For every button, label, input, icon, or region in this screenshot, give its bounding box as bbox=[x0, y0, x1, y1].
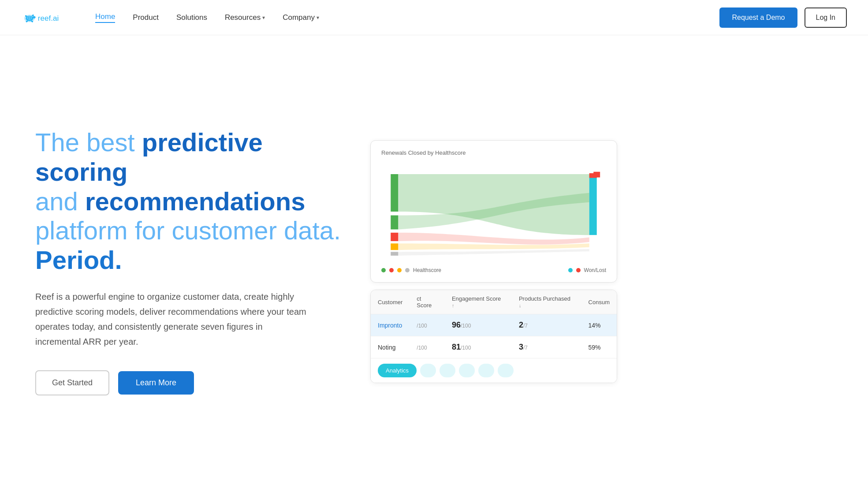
svg-text:reef.ai: reef.ai bbox=[38, 13, 59, 22]
red-dot2 bbox=[576, 268, 581, 272]
hero-title: The best predictive scoring and recommen… bbox=[35, 128, 344, 275]
resources-chevron-icon: ▾ bbox=[262, 15, 265, 21]
learn-more-button[interactable]: Learn More bbox=[118, 371, 194, 395]
teal-dot bbox=[568, 268, 573, 272]
svg-point-2 bbox=[33, 16, 36, 18]
col-ct-score: ct Score bbox=[410, 290, 445, 314]
tab-3[interactable] bbox=[440, 364, 455, 377]
healthscore-legend: Healthscore bbox=[381, 267, 441, 273]
col-engagement: Engagement Score ↑ bbox=[445, 290, 512, 314]
renewals-chart-card: Renewals Closed by Healthscore bbox=[370, 140, 617, 283]
nav-home[interactable]: Home bbox=[95, 12, 115, 23]
red-dot bbox=[389, 268, 394, 272]
table-row: Noting /100 81/100 3/7 59% bbox=[371, 336, 617, 358]
hero-content: The best predictive scoring and recommen… bbox=[35, 128, 344, 395]
cell-ct-score-0: /100 bbox=[410, 314, 445, 336]
request-demo-button[interactable]: Request a Demo bbox=[719, 7, 797, 28]
col-products: Products Purchased ↓ bbox=[512, 290, 581, 314]
healthscore-label: Healthscore bbox=[413, 267, 441, 273]
hero-buttons: Get Started Learn More bbox=[35, 370, 344, 395]
svg-rect-16 bbox=[589, 174, 597, 235]
svg-rect-13 bbox=[391, 233, 398, 241]
cell-engagement-1: 81/100 bbox=[445, 336, 512, 358]
nav-product[interactable]: Product bbox=[133, 13, 159, 22]
svg-rect-12 bbox=[391, 216, 398, 230]
col-consum: Consum bbox=[581, 290, 617, 314]
products-sort-icon[interactable]: ↓ bbox=[519, 303, 522, 308]
cell-consum-0: 14% bbox=[581, 314, 617, 336]
tab-2[interactable] bbox=[420, 364, 436, 377]
gray-dot bbox=[405, 268, 410, 272]
svg-rect-14 bbox=[391, 243, 398, 250]
cell-products-0: 2/7 bbox=[512, 314, 581, 336]
nav-solutions[interactable]: Solutions bbox=[176, 13, 207, 22]
hero-title-bold2: recommendations bbox=[85, 187, 305, 216]
won-lost-label: Won/Lost bbox=[584, 267, 606, 273]
nav-resources[interactable]: Resources ▾ bbox=[225, 13, 265, 22]
hero-description: Reef is a powerful engine to organize cu… bbox=[35, 289, 309, 349]
svg-rect-18 bbox=[593, 172, 600, 178]
tab-6[interactable] bbox=[498, 364, 514, 377]
tab-4[interactable] bbox=[459, 364, 475, 377]
hero-title-part3: platform for customer data. bbox=[35, 216, 341, 245]
chart-title: Renewals Closed by Healthscore bbox=[381, 149, 606, 156]
engagement-sort-icon[interactable]: ↑ bbox=[452, 303, 454, 308]
table-row: Impronto /100 96/100 2/7 14% bbox=[371, 314, 617, 336]
col-customer: Customer bbox=[371, 290, 410, 314]
hero-section: The best predictive scoring and recommen… bbox=[0, 35, 868, 488]
dashboard-mockup: Renewals Closed by Healthscore bbox=[370, 140, 617, 383]
analytics-tabs-bar: Analytics bbox=[371, 358, 617, 383]
nav-company[interactable]: Company ▾ bbox=[283, 13, 319, 22]
hero-title-period: Period. bbox=[35, 246, 122, 274]
customer-table: Customer ct Score Engagement Score ↑ Pro… bbox=[371, 290, 617, 358]
table-header-row: Customer ct Score Engagement Score ↑ Pro… bbox=[371, 290, 617, 314]
impronto-link[interactable]: Impronto bbox=[378, 322, 402, 329]
logo[interactable]: reef.ai bbox=[21, 8, 74, 27]
nav-links: Home Product Solutions Resources ▾ Compa… bbox=[95, 12, 719, 23]
cell-customer-impronto: Impronto bbox=[371, 314, 410, 336]
analytics-tab[interactable]: Analytics bbox=[378, 364, 417, 377]
cell-consum-1: 59% bbox=[581, 336, 617, 358]
sankey-chart bbox=[381, 163, 606, 260]
green-dot bbox=[381, 268, 386, 272]
cell-engagement-0: 96/100 bbox=[445, 314, 512, 336]
chart-legend: Healthscore Won/Lost bbox=[381, 267, 606, 273]
won-lost-legend: Won/Lost bbox=[568, 267, 606, 273]
hero-title-part2: and bbox=[35, 187, 85, 216]
data-table-card: Customer ct Score Engagement Score ↑ Pro… bbox=[370, 290, 617, 383]
table-body: Impronto /100 96/100 2/7 14% bbox=[371, 314, 617, 358]
nav-actions: Request a Demo Log In bbox=[719, 7, 847, 28]
svg-rect-11 bbox=[391, 174, 398, 212]
get-started-button[interactable]: Get Started bbox=[35, 370, 109, 395]
login-button[interactable]: Log In bbox=[805, 7, 847, 28]
tab-5[interactable] bbox=[478, 364, 494, 377]
navigation: reef.ai Home Product Solutions Resources… bbox=[0, 0, 868, 35]
cell-products-1: 3/7 bbox=[512, 336, 581, 358]
company-chevron-icon: ▾ bbox=[317, 15, 319, 21]
svg-rect-15 bbox=[391, 252, 398, 256]
cell-customer-noting: Noting bbox=[371, 336, 410, 358]
yellow-dot bbox=[397, 268, 402, 272]
hero-title-part1: The best bbox=[35, 128, 142, 156]
cell-ct-score-1: /100 bbox=[410, 336, 445, 358]
